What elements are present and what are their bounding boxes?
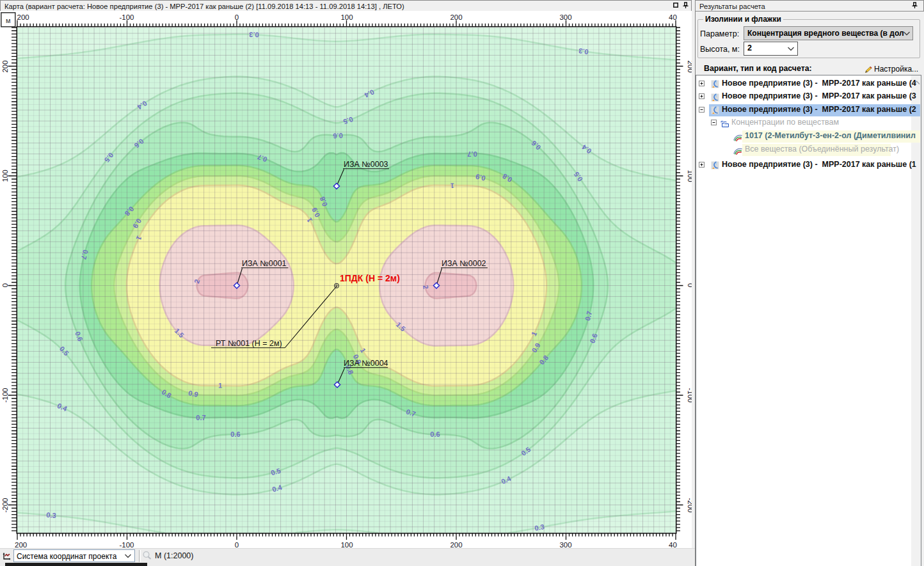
svg-text:1ПДК (Н = 2м): 1ПДК (Н = 2м) [340,273,400,283]
svg-text:0: 0 [687,283,692,287]
svg-text:м: м [6,17,11,24]
svg-text:0.6: 0.6 [333,132,343,140]
svg-text:ИЗА №0002: ИЗА №0002 [442,259,486,268]
svg-text:200: 200 [450,541,462,548]
svg-text:0.3: 0.3 [249,31,259,39]
svg-text:-100: -100 [1,388,9,402]
svg-text:300: 300 [559,541,571,548]
svg-text:-100: -100 [119,541,134,548]
svg-text:РТ №001 (Н = 2м): РТ №001 (Н = 2м) [216,339,282,348]
svg-text:0: 0 [235,541,239,548]
svg-text:200: 200 [450,13,462,21]
svg-text:ИЗА №0003: ИЗА №0003 [344,160,388,169]
svg-text:-200: -200 [1,498,9,512]
svg-text:200: 200 [1,60,9,72]
svg-text:100: 100 [687,169,692,182]
svg-text:200: 200 [687,60,692,72]
svg-text:ИЗА №0004: ИЗА №0004 [344,359,388,368]
svg-text:100: 100 [340,541,353,548]
svg-text:200: 200 [15,541,27,548]
svg-text:100: 100 [1,169,9,182]
svg-text:ИЗА №0001: ИЗА №0001 [242,259,287,268]
svg-text:1: 1 [218,381,222,389]
svg-text:-100: -100 [687,388,692,402]
svg-text:0.7: 0.7 [467,150,477,158]
svg-text:100: 100 [340,13,353,21]
svg-text:1: 1 [450,182,454,189]
svg-text:300: 300 [559,13,571,21]
svg-text:40: 40 [669,13,677,21]
svg-text:0: 0 [1,283,9,287]
svg-text:0.3: 0.3 [578,47,589,56]
svg-text:0.3: 0.3 [46,511,56,519]
svg-text:-100: -100 [119,13,134,21]
svg-text:0.6: 0.6 [430,430,440,438]
svg-text:0: 0 [235,13,239,21]
svg-text:40: 40 [669,541,677,548]
svg-text:0.6: 0.6 [230,430,240,438]
svg-text:-200: -200 [687,498,692,512]
svg-text:0.7: 0.7 [196,414,205,421]
svg-text:200: 200 [17,13,29,21]
